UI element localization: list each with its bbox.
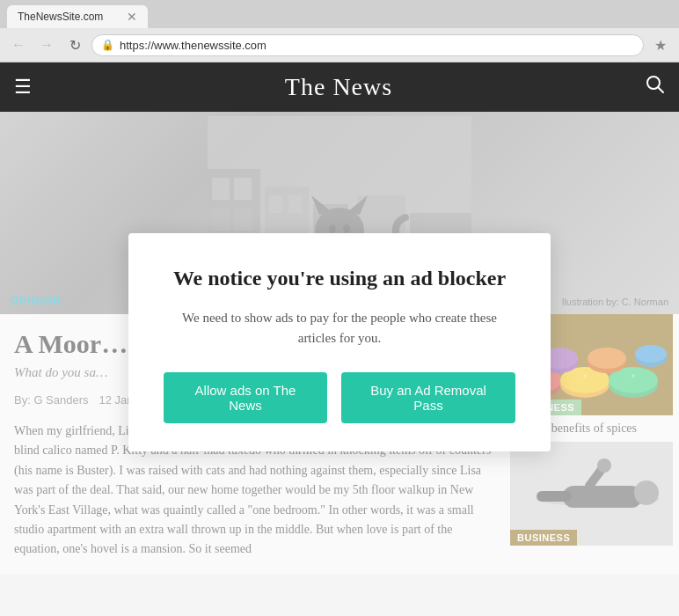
back-icon: ← (11, 37, 26, 53)
browser-nav: ← → ↻ 🔒 https://www.thenewssite.com ★ (0, 28, 679, 62)
buy-pass-button[interactable]: Buy an Ad Removal Pass (341, 372, 515, 423)
browser-chrome: TheNewsSite.com ✕ ← → ↻ 🔒 https://www.th… (0, 0, 679, 62)
site-header: ☰ The News (0, 62, 679, 112)
address-bar[interactable]: 🔒 https://www.thenewssite.com (91, 34, 644, 56)
search-button[interactable] (646, 75, 665, 99)
tab-title: TheNewsSite.com (18, 11, 103, 23)
allow-ads-button[interactable]: Allow ads on The News (164, 372, 327, 423)
modal-description: We need to show ads to pay for the peopl… (164, 308, 515, 348)
url-text: https://www.thenewssite.com (120, 39, 266, 52)
browser-tab[interactable]: TheNewsSite.com ✕ (7, 5, 148, 28)
tab-close-button[interactable]: ✕ (127, 10, 137, 24)
refresh-icon: ↻ (69, 37, 81, 54)
modal-buttons: Allow ads on The News Buy an Ad Removal … (164, 372, 515, 423)
tab-bar: TheNewsSite.com ✕ (0, 0, 679, 28)
modal-overlay: We notice you're using an ad blocker We … (0, 112, 679, 574)
bookmark-button[interactable]: ★ (649, 33, 672, 56)
star-icon: ★ (654, 38, 667, 53)
url-display: https://www.thenewssite.com (120, 39, 266, 52)
ad-blocker-modal: We notice you're using an ad blocker We … (128, 233, 551, 451)
hamburger-menu-button[interactable]: ☰ (14, 76, 32, 99)
back-button[interactable]: ← (7, 33, 30, 56)
forward-button[interactable]: → (35, 33, 58, 56)
refresh-button[interactable]: ↻ (63, 33, 86, 56)
svg-line-1 (658, 87, 663, 92)
site-title: The News (32, 73, 646, 101)
forward-icon: → (40, 37, 54, 53)
lock-icon: 🔒 (101, 39, 114, 51)
modal-title: We notice you're using an ad blocker (164, 265, 515, 292)
